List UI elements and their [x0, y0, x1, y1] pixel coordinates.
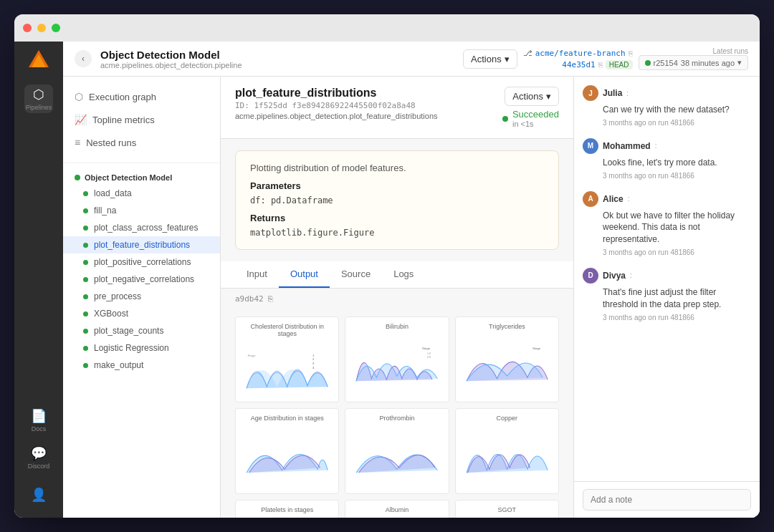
step-pre-process[interactable]: pre_process: [63, 288, 220, 305]
output-hash: a9db42 ⎘: [221, 289, 573, 309]
minimize-button[interactable]: [37, 24, 46, 32]
header-actions: Actions ▾ ⎇ acme/feature-branch ⎘ 44e35d…: [463, 47, 748, 70]
status-time: in <1s: [512, 120, 559, 128]
page-subtitle: acme.pipelines.object_detection.pipeline: [100, 61, 454, 69]
status-text: Succeeded: [512, 109, 559, 120]
group-status-dot: [75, 175, 80, 180]
avatar: M: [583, 138, 598, 154]
nav-nested-runs[interactable]: ≡ Nested runs: [63, 131, 220, 154]
step-label: load_data: [94, 188, 132, 198]
topline-metrics-icon: 📈: [75, 114, 87, 125]
comment-text: That's fine just adjust the filter thres…: [603, 286, 751, 311]
sidebar-item-docs[interactable]: 📄 Docs: [24, 406, 53, 435]
doc-box: Plotting distribution of model features.…: [235, 150, 559, 250]
user-icon: 👤: [31, 487, 47, 503]
nav-topline-metrics[interactable]: 📈 Topline metrics: [63, 108, 220, 131]
copy-icon-2: ⎘: [598, 61, 603, 69]
comment-meta: 3 months ago on run 481866: [603, 172, 751, 180]
author-name: Mohammed: [603, 141, 651, 151]
colon: :: [626, 90, 629, 97]
author-name: Alice: [603, 194, 624, 204]
step-make-output[interactable]: make_output: [63, 357, 220, 374]
step-plot-class[interactable]: plot_class_across_features: [63, 219, 220, 236]
back-button[interactable]: ‹: [75, 50, 92, 67]
step-label: plot_feature_distributions: [94, 240, 190, 250]
maximize-button[interactable]: [52, 24, 60, 32]
step-title: plot_feature_distributions: [235, 87, 438, 100]
step-label: fill_na: [94, 205, 116, 216]
comment-author: J Julia :: [583, 85, 751, 101]
svg-text:3: 3: [312, 362, 315, 365]
parameters-value: df: pd.Dataframe: [250, 195, 544, 205]
actions-label: Actions: [471, 54, 502, 64]
step-status: Succeeded in <1s: [502, 109, 559, 128]
main-content: ‹ Object Detection Model acme.pipelines.…: [63, 42, 760, 518]
docs-label: Docs: [32, 425, 47, 432]
comment-julia: J Julia : Can we try with the new datase…: [583, 85, 751, 127]
comment-author: D Divya :: [583, 268, 751, 284]
colon: :: [655, 142, 657, 150]
branch-name: acme/feature-branch: [535, 49, 626, 58]
step-logistic-regression[interactable]: Logistic Regression: [63, 339, 220, 357]
execution-graph-label: Execution graph: [89, 92, 156, 102]
avatar: A: [583, 191, 598, 207]
tab-logs[interactable]: Logs: [382, 261, 425, 288]
add-note-input[interactable]: [583, 489, 751, 511]
step-label: XGBoost: [94, 309, 128, 319]
step-dot: [83, 243, 88, 248]
step-fill-na[interactable]: fill_na: [63, 202, 220, 219]
comments-panel: J Julia : Can we try with the new datase…: [573, 77, 760, 518]
chart-title: Age Distribution in stages: [242, 415, 333, 422]
pipelines-icon: ⬡: [33, 87, 44, 102]
actions-button[interactable]: Actions ▾: [463, 49, 517, 69]
sidebar-item-discord[interactable]: 💬 Discord: [24, 443, 53, 472]
parameters-title: Parameters: [250, 180, 544, 191]
step-plot-negative[interactable]: plot_negative_correlations: [63, 271, 220, 288]
app-window: ⬡ Pipelines 📄 Docs 💬 Discord 👤: [14, 14, 760, 518]
svg-text:1.0: 1.0: [427, 352, 431, 355]
step-dot: [83, 346, 88, 351]
step-load-data[interactable]: load_data: [63, 185, 220, 202]
step-plot-stage-counts[interactable]: plot_stage_counts: [63, 322, 220, 339]
step-dot: [83, 329, 88, 334]
docs-icon: 📄: [31, 408, 47, 424]
svg-text:1: 1: [312, 354, 315, 357]
chart-copper: Copper: [455, 408, 559, 494]
comment-author: M Mohammed :: [583, 138, 751, 154]
tab-source[interactable]: Source: [330, 261, 382, 288]
step-id: ID: 1f525dd f3e894286922445500f02a8a48: [235, 101, 438, 110]
svg-text:Stage: Stage: [532, 347, 541, 350]
step-dot: [83, 260, 88, 265]
author-name: Julia: [603, 88, 622, 98]
tab-input[interactable]: Input: [235, 261, 279, 288]
chevron-down-icon: ▾: [546, 91, 551, 102]
step-xgboost[interactable]: XGBoost: [63, 305, 220, 322]
run-status-dot: [645, 60, 651, 66]
sidebar-item-pipelines[interactable]: ⬡ Pipelines: [24, 84, 53, 113]
sidebar-item-user[interactable]: 👤: [24, 480, 53, 509]
close-button[interactable]: [23, 24, 32, 32]
comment-list: J Julia : Can we try with the new datase…: [574, 77, 760, 481]
pipeline-group-label: Object Detection Model: [63, 169, 220, 185]
run-id: r25154: [654, 59, 678, 67]
run-badge[interactable]: r25154 38 minutes ago ▾: [639, 55, 748, 70]
returns-value: matplotlib.figure.Figure: [250, 228, 544, 238]
nav-execution-graph[interactable]: ⬡ Execution graph: [63, 85, 220, 108]
comment-divya: D Divya : That's fine just adjust the fi…: [583, 268, 751, 321]
branch-icon: ⎇: [523, 49, 532, 58]
step-plot-positive[interactable]: plot_positive_correlations: [63, 253, 220, 271]
tab-output[interactable]: Output: [279, 261, 330, 288]
copy-hash-icon[interactable]: ⎘: [268, 294, 273, 304]
chart-age: Age Distribution in stages: [235, 408, 339, 494]
chart-bilirubin: Bilirubin Stage 1.0 2.0: [345, 316, 449, 402]
step-actions-button[interactable]: Actions ▾: [505, 87, 559, 106]
latest-runs: Latest runs r25154 38 minutes ago ▾: [639, 47, 748, 70]
chart-title: Bilirubin: [351, 323, 442, 330]
step-label: plot_class_across_features: [94, 223, 198, 233]
returns-title: Returns: [250, 213, 544, 223]
chart-platelets: Platelets in stages: [235, 500, 339, 518]
step-plot-feature-distributions[interactable]: plot_feature_distributions: [63, 236, 220, 253]
pipeline-panel: ⬡ Execution graph 📈 Topline metrics ≡ Ne…: [63, 77, 221, 518]
svg-text:4: 4: [312, 366, 315, 369]
doc-text: Plotting distribution of model features.: [250, 163, 544, 173]
